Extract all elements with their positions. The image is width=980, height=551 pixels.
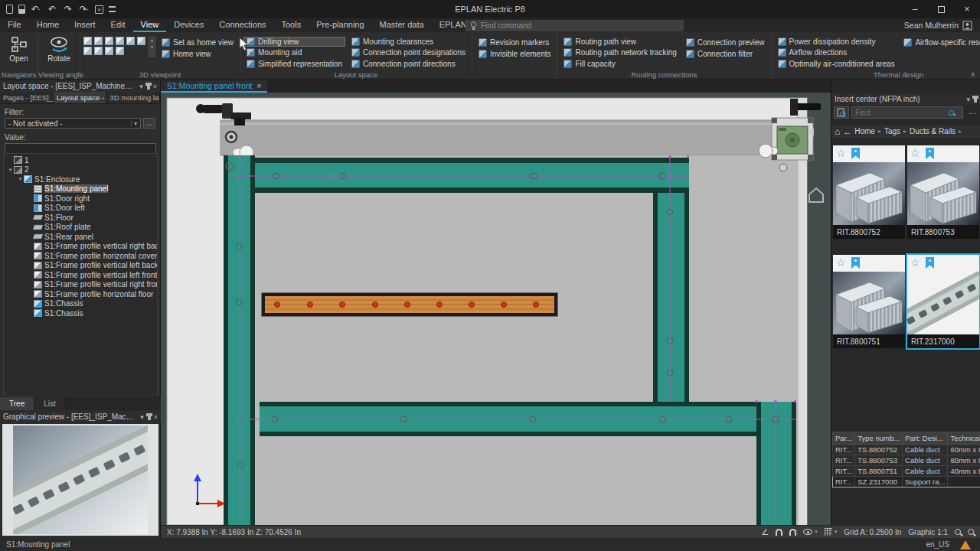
part-card[interactable]: ☆ <box>907 255 979 348</box>
table-header[interactable]: Type numb... <box>855 432 903 445</box>
menu-tab[interactable]: Tools <box>274 18 309 32</box>
chevron-down-icon[interactable]: ▾ <box>139 83 143 90</box>
bookmark-tag-icon[interactable] <box>851 257 860 269</box>
zoom-window-icon[interactable] <box>955 529 961 535</box>
pin-icon[interactable] <box>147 83 150 90</box>
tree-item[interactable]: S1:Frame profile vertical left front <box>4 270 157 280</box>
ribbon-item[interactable]: Drilling view <box>243 37 345 47</box>
ribbon-item[interactable]: Mounting clearances <box>348 37 469 47</box>
parts-table-row[interactable]: RIT... TS.8800752 Cable duct 60mm x 80mm <box>833 445 980 455</box>
quick-access-icon[interactable] <box>18 5 25 14</box>
user-account[interactable]: Sean Mulherrin <box>904 18 972 32</box>
table-header[interactable]: Technical chara... <box>948 432 980 445</box>
breadcrumb-item[interactable]: Tags <box>884 127 900 135</box>
ribbon-item[interactable]: Simplified representation <box>243 59 345 69</box>
tree-item[interactable]: S1:Enclosure <box>4 174 157 184</box>
tree-item[interactable]: S1:Floor <box>4 213 157 223</box>
view-cube-icon[interactable] <box>94 47 103 55</box>
parts-table-row[interactable]: RIT... SZ.2317000 Support ra... <box>833 477 980 487</box>
graphic-scale[interactable]: Graphic 1:1 <box>908 528 948 536</box>
quick-access-icon[interactable] <box>109 6 116 12</box>
magnet-icon[interactable] <box>776 529 782 536</box>
view-mode-tab[interactable]: List <box>34 397 66 410</box>
filter-dropdown[interactable]: - Not activated - ▾ <box>5 118 141 129</box>
filter-more-button[interactable]: … <box>143 118 155 129</box>
view-cube-icon[interactable] <box>105 37 113 45</box>
favorite-star-icon[interactable]: ☆ <box>910 147 920 159</box>
bookmark-tag-icon[interactable] <box>851 148 860 159</box>
bookmark-tag-icon[interactable] <box>926 148 934 159</box>
view-cube-icon[interactable] <box>116 37 124 45</box>
zoom-fit-icon[interactable] <box>968 529 974 535</box>
value-input[interactable] <box>5 143 156 154</box>
tree-item[interactable]: S1:Roof plate <box>4 223 157 233</box>
grid-icon[interactable] <box>825 528 832 536</box>
chevron-down-icon[interactable]: ▾ <box>835 529 838 535</box>
table-header[interactable]: Part: Desi... <box>903 432 948 445</box>
magnet-alt-icon[interactable] <box>789 529 796 536</box>
language-indicator[interactable]: en_US <box>926 540 949 549</box>
close-icon[interactable]: × <box>153 83 157 90</box>
document-tab[interactable]: S1:Mounting panel front × <box>161 80 267 93</box>
tree-item[interactable]: S1:Chassis <box>4 299 157 309</box>
tree-item[interactable]: 1 <box>4 155 157 165</box>
menu-tab[interactable]: Insert <box>67 18 103 32</box>
view-cube-icon[interactable] <box>116 47 124 55</box>
table-header[interactable]: Par... <box>833 432 855 445</box>
part-card[interactable]: ☆ <box>907 145 979 239</box>
tree-item[interactable]: 2 <box>4 165 157 175</box>
breadcrumb-item[interactable]: Home <box>854 127 875 135</box>
back-arrow-icon[interactable] <box>843 127 851 136</box>
ribbon-item[interactable]: Connection point directions <box>348 59 469 69</box>
grid-setting[interactable]: Grid A: 0.2500 In <box>844 528 901 536</box>
part-card[interactable]: ☆ <box>833 145 905 239</box>
tree-item[interactable]: S1:Door right <box>4 194 157 204</box>
menu-tab[interactable]: File <box>0 18 29 32</box>
parts-table-row[interactable]: RIT... TS.8800751 Cable duct 40mm x 80mm <box>833 466 980 477</box>
pin-icon[interactable] <box>148 413 151 420</box>
panel-tab[interactable]: 3D mounting lay... <box>106 92 160 103</box>
3d-layout-canvas[interactable] <box>161 93 831 525</box>
view-cube-icon[interactable] <box>83 37 92 45</box>
tree-item[interactable]: S1:Frame profile vertical left back <box>4 261 157 271</box>
menu-tab[interactable]: Devices <box>166 18 211 32</box>
ribbon-item[interactable]: Routing path network tracking <box>560 47 679 57</box>
tree-item[interactable]: S1:Door left <box>4 204 157 214</box>
warning-icon[interactable] <box>960 540 971 549</box>
menu-tab[interactable]: Edit <box>103 18 133 32</box>
collapse-ribbon-icon[interactable]: ∧ <box>970 70 975 78</box>
favorite-star-icon[interactable]: ☆ <box>836 147 846 159</box>
tree-item[interactable]: S1:Frame profile vertical right back <box>4 242 157 252</box>
ribbon-item[interactable]: Home view <box>158 48 237 59</box>
quick-access-icon[interactable] <box>47 4 57 15</box>
ribbon-item[interactable]: Airflow directions <box>775 47 898 57</box>
quick-access-icon[interactable] <box>6 5 13 14</box>
eye-icon[interactable] <box>803 529 812 535</box>
parts-table-row[interactable]: RIT... TS.8800753 Cable duct 80mm x 80mm <box>833 455 980 466</box>
ribbon-item[interactable]: Revision markers <box>475 37 554 47</box>
quick-access-icon[interactable] <box>31 4 41 15</box>
favorite-star-icon[interactable]: ☆ <box>836 256 846 269</box>
tree-item[interactable]: S1:Rear panel <box>4 232 157 242</box>
panel-tab[interactable]: Pages - [EES]_ISP... <box>0 92 54 103</box>
quick-access-icon[interactable] <box>95 5 103 14</box>
find-input[interactable] <box>851 106 963 119</box>
maximize-button[interactable] <box>928 0 954 18</box>
view-cube-icon[interactable] <box>105 47 113 55</box>
view-cube-icon[interactable] <box>137 37 145 45</box>
quick-access-icon[interactable] <box>63 4 74 15</box>
chevron-down-icon[interactable]: ▾ <box>140 413 144 421</box>
favorite-star-icon[interactable]: ☆ <box>910 256 920 269</box>
tree-item[interactable]: S1:Chassis <box>4 308 157 318</box>
search-more-button[interactable]: … <box>967 106 978 119</box>
breadcrumb-item[interactable]: Ducts & Rails <box>910 127 956 135</box>
tree-item[interactable]: S1:Mounting panel <box>4 184 157 194</box>
chevron-down-icon[interactable]: ▾ <box>966 96 970 103</box>
pin-icon[interactable] <box>974 96 977 103</box>
view-mode-tab[interactable]: Tree <box>0 397 34 410</box>
chevron-down-icon[interactable]: ▾ <box>815 529 818 535</box>
expand-arrow-icon[interactable] <box>17 177 24 181</box>
view-cube-icon[interactable] <box>126 37 135 45</box>
ribbon-item[interactable]: Routing path view <box>560 37 679 47</box>
ribbon-item[interactable]: Optimally air-conditioned areas <box>775 59 898 69</box>
